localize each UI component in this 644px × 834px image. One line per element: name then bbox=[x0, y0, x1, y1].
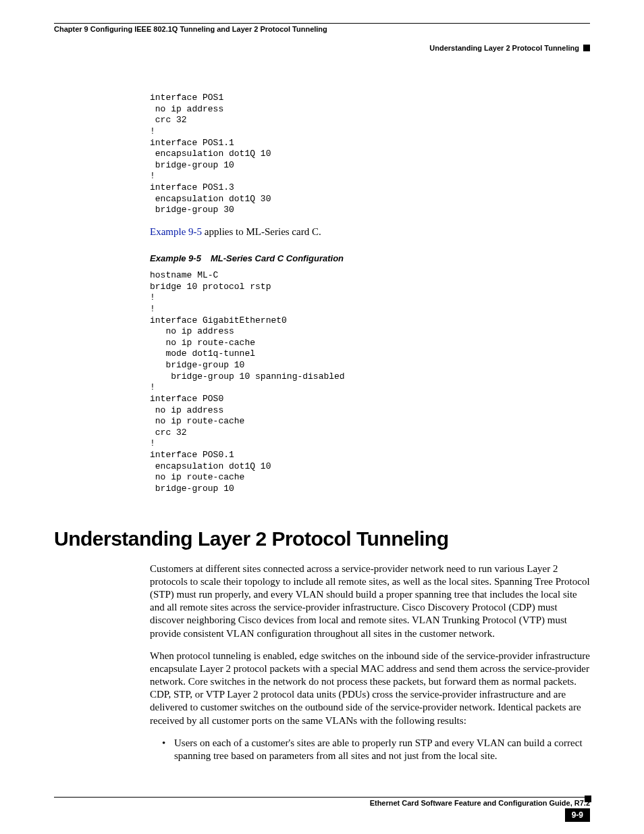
header-marker-icon bbox=[583, 45, 590, 51]
page-number: 9-9 bbox=[565, 808, 590, 822]
bullet-item-1: Users on each of a customer's sites are … bbox=[162, 737, 590, 762]
body-paragraph-2: When protocol tunneling is enabled, edge… bbox=[150, 650, 590, 727]
example-title: Example 9-5ML-Series Card C Configuratio… bbox=[150, 253, 590, 263]
example-number: Example 9-5 bbox=[150, 253, 201, 263]
running-head-chapter: Chapter 9 Configuring IEEE 802.1Q Tunnel… bbox=[54, 25, 327, 33]
running-head-section: Understanding Layer 2 Protocol Tunneling bbox=[429, 44, 579, 52]
footer-marker-icon bbox=[585, 796, 591, 802]
running-head-right-row: Understanding Layer 2 Protocol Tunneling bbox=[54, 44, 590, 52]
code-block-pos1: interface POS1 no ip address crc 32 ! in… bbox=[150, 93, 590, 216]
xref-sentence-rest: applies to ML-Series card C. bbox=[202, 226, 321, 237]
code-block-ml-c: hostname ML-C bridge 10 protocol rstp ! … bbox=[150, 270, 590, 495]
running-head: Chapter 9 Configuring IEEE 802.1Q Tunnel… bbox=[54, 23, 590, 33]
example-caption: ML-Series Card C Configuration bbox=[211, 253, 344, 263]
example-9-5-link[interactable]: Example 9-5 bbox=[150, 226, 202, 237]
page-footer: Ethernet Card Software Feature and Confi… bbox=[54, 797, 590, 807]
footer-guide-title: Ethernet Card Software Feature and Confi… bbox=[370, 799, 590, 807]
body-paragraph-1: Customers at different sites connected a… bbox=[150, 563, 590, 640]
xref-sentence: Example 9-5 applies to ML-Series card C. bbox=[150, 226, 590, 238]
bullet-list: Users on each of a customer's sites are … bbox=[54, 737, 590, 762]
section-heading: Understanding Layer 2 Protocol Tunneling bbox=[54, 527, 590, 550]
